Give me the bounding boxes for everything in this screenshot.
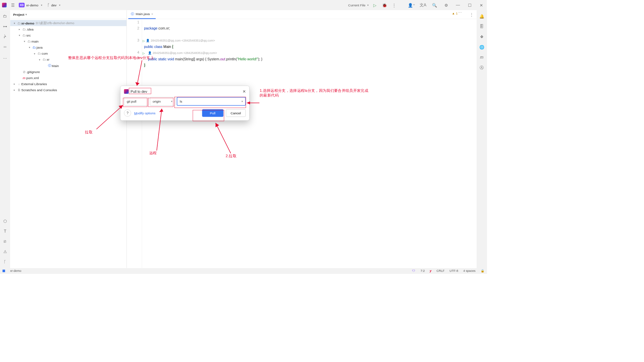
status-line-sep[interactable]: CRLF bbox=[437, 269, 445, 273]
branch-chip[interactable]: ᚴ dev ▾ bbox=[47, 3, 60, 7]
author-hint: 👤 2842548351@qq.com <2842548351@qq.com> bbox=[146, 39, 215, 43]
project-panel-title: Project bbox=[13, 12, 24, 16]
xd-badge: XD bbox=[19, 3, 25, 7]
chevron-down-icon: ▾ bbox=[41, 4, 42, 6]
chevron-down-icon: ▾ bbox=[241, 100, 243, 103]
modify-options-link[interactable]: Modify options bbox=[134, 111, 155, 115]
run-config-selector[interactable]: Current File ▾ bbox=[348, 3, 369, 7]
tree-label: java bbox=[37, 46, 43, 49]
translate-icon[interactable]: 文A bbox=[419, 2, 426, 9]
tree-path: D:\桌面\zfb-demo\xr-demo bbox=[36, 21, 74, 25]
search-icon[interactable]: 🔍 bbox=[431, 2, 438, 9]
tab-more-button[interactable]: ⋮ bbox=[467, 12, 477, 17]
project-chip[interactable]: XD xr-demo ▾ bbox=[19, 3, 42, 7]
branch-input[interactable]: ls▾ bbox=[177, 97, 246, 106]
tree-label: xr bbox=[47, 58, 49, 61]
project-name: xr-demo bbox=[26, 3, 38, 7]
run-button[interactable]: ▷ bbox=[371, 2, 378, 9]
folder-icon: 🗀 bbox=[22, 27, 26, 31]
folder-icon: 🗀 bbox=[22, 33, 26, 37]
status-indent[interactable]: 4 spaces bbox=[463, 269, 475, 273]
maximize-button[interactable]: ☐ bbox=[466, 2, 473, 9]
chevron-down-icon: ▾ bbox=[25, 13, 27, 16]
status-module[interactable]: xr-demo bbox=[10, 269, 21, 273]
main-menu-button[interactable]: ☰ bbox=[9, 2, 16, 9]
tree-item-main[interactable]: ▾🗀main bbox=[10, 38, 126, 44]
yi-icon[interactable]: y bbox=[430, 269, 431, 273]
maven-tool-icon[interactable]: m bbox=[480, 55, 483, 60]
tree-root[interactable]: ▾🗀xr-demoD:\桌面\zfb-demo\xr-demo bbox=[10, 20, 126, 26]
branch-value: ls bbox=[180, 100, 182, 103]
status-encoding[interactable]: UTF-8 bbox=[449, 269, 458, 273]
git-tool-icon[interactable]: ᚴ bbox=[4, 260, 6, 264]
code-with-me-icon[interactable]: 👤⁺ bbox=[408, 2, 415, 9]
more-run-button[interactable]: ⋮ bbox=[390, 2, 397, 9]
help-button[interactable]: ? bbox=[124, 110, 131, 117]
more-tools-icon[interactable]: … bbox=[3, 55, 7, 60]
editor-tab-main[interactable]: Ⓒ Main.java × bbox=[128, 10, 156, 19]
tree-label: main bbox=[32, 40, 39, 43]
chevron-down-icon: ▾ bbox=[367, 4, 369, 6]
http-client-icon[interactable]: 🌐 bbox=[479, 45, 484, 50]
tree-item-src[interactable]: ▾🗀src bbox=[10, 32, 126, 38]
folder-icon: 🗀 bbox=[17, 21, 21, 25]
run-gutter-icon[interactable]: ▷ bbox=[143, 50, 145, 56]
status-lock-icon[interactable]: 🔒 bbox=[481, 269, 484, 273]
tree-label: Main bbox=[52, 64, 59, 67]
tree-item-com[interactable]: ▾🗀com bbox=[10, 50, 126, 56]
close-button[interactable]: ✕ bbox=[478, 2, 485, 9]
maven-icon: m bbox=[22, 76, 26, 79]
structure-tool-icon[interactable]: ▫▫ bbox=[4, 45, 7, 50]
tree-item-scratches[interactable]: ▸🗎Scratches and Consoles bbox=[10, 87, 126, 93]
tree-item-pom[interactable]: mpom.xml bbox=[10, 75, 126, 81]
project-tool-icon[interactable]: 🗀 bbox=[3, 14, 7, 19]
tree-label: External Libraries bbox=[21, 82, 47, 86]
project-panel-header[interactable]: Project ▾ bbox=[10, 10, 126, 19]
problems-icon[interactable]: ⚠ bbox=[3, 249, 7, 254]
tree-item-idea[interactable]: ▸🗀.idea bbox=[10, 26, 126, 32]
pull-requests-icon[interactable]: ᔩ bbox=[4, 35, 6, 39]
remote-value: origin bbox=[153, 100, 161, 103]
database-icon[interactable]: 🗄 bbox=[480, 24, 484, 29]
cancel-button[interactable]: Cancel bbox=[226, 109, 246, 117]
tree-item-xr[interactable]: ▾🗀xr bbox=[10, 57, 126, 63]
minimize-button[interactable]: — bbox=[454, 2, 462, 9]
tree-label: xr-demo bbox=[21, 21, 35, 25]
commit-tool-icon[interactable]: ⊶ bbox=[3, 24, 7, 29]
pull-button[interactable]: Pull bbox=[202, 109, 223, 117]
remote-select[interactable]: origin▾ bbox=[150, 97, 175, 106]
tree-item-java[interactable]: ▾🗀java bbox=[10, 44, 126, 50]
tree-item-main-class[interactable]: ⒸMain bbox=[10, 63, 126, 69]
folder-icon: 🗀 bbox=[27, 40, 32, 43]
dialog-close-button[interactable]: ✕ bbox=[243, 89, 246, 94]
tree-item-gitignore[interactable]: ⊘.gitignore bbox=[10, 69, 126, 75]
status-shield-icon[interactable]: 🛡 bbox=[412, 269, 415, 273]
terminal-icon[interactable]: ⎚ bbox=[4, 239, 6, 244]
run-gutter-icon[interactable]: ▷ bbox=[143, 38, 145, 44]
intellij-icon bbox=[124, 89, 129, 94]
package-icon: 🗀 bbox=[37, 52, 42, 55]
status-indicator-icon[interactable] bbox=[3, 269, 5, 272]
class-icon: Ⓒ bbox=[47, 63, 52, 68]
app-icon bbox=[2, 3, 7, 7]
notifications-icon[interactable]: 🔔 bbox=[479, 14, 484, 19]
branch-name: dev bbox=[51, 3, 57, 7]
tree-item-external-libraries[interactable]: ▸⛬External Libraries bbox=[10, 81, 126, 87]
status-caret[interactable]: 7:2 bbox=[421, 269, 425, 273]
services-icon[interactable]: ⬡ bbox=[3, 219, 7, 223]
settings-icon[interactable]: ⚙ bbox=[443, 2, 450, 9]
debug-button[interactable]: 🐞 bbox=[381, 2, 388, 9]
run-config-label: Current File bbox=[348, 3, 365, 7]
editor-content[interactable]: package com.xr; 👤 2842548351@qq.com <284… bbox=[142, 19, 477, 268]
todo-icon[interactable]: T bbox=[4, 229, 6, 234]
tree-label: com bbox=[42, 52, 48, 55]
tree-label: src bbox=[26, 33, 31, 37]
warning-count: 1 bbox=[456, 12, 458, 15]
close-tab-icon[interactable]: × bbox=[151, 12, 153, 16]
tongyi-icon[interactable]: ❖ bbox=[480, 35, 484, 39]
dialog-title: Pull to dev bbox=[130, 89, 147, 94]
file-icon: ⊘ bbox=[22, 70, 26, 73]
ai-assist-icon[interactable]: Ⓐ bbox=[480, 65, 484, 71]
inspection-badge[interactable]: ▲ 1 ˆ ˇ bbox=[452, 12, 462, 15]
project-tree: ▾🗀xr-demoD:\桌面\zfb-demo\xr-demo ▸🗀.idea … bbox=[10, 19, 126, 94]
